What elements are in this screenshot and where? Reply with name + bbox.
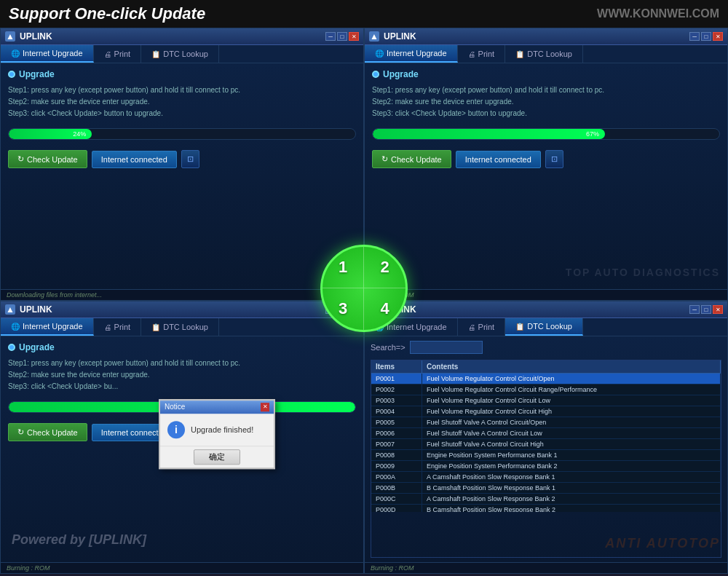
screen-btn-1[interactable]: ⊡: [181, 150, 199, 168]
quadrant-3: ▲ UPLINK ─ □ ✕ 🌐 Internet Upgrade 🖨 Prin…: [0, 301, 364, 574]
dtc-table-header: Items Contents: [371, 360, 721, 374]
maximize-btn-4[interactable]: □: [701, 305, 711, 314]
notice-footer: 确定: [160, 446, 274, 467]
print-icon-1: 🖨: [104, 50, 111, 58]
internet-connected-btn-1[interactable]: Internet connected: [92, 151, 177, 168]
dtc-code: P000D: [371, 505, 422, 512]
notice-dialog: Notice ✕ i Upgrade finished! 确定: [159, 399, 275, 469]
refresh-icon-1: ↻: [17, 154, 24, 164]
titlebar-left-1: ▲ UPLINK: [5, 31, 52, 42]
dtc-code: P0003: [371, 395, 422, 406]
notice-ok-btn[interactable]: 确定: [194, 449, 240, 465]
print-icon-2: 🖨: [468, 50, 475, 58]
tab-print-1[interactable]: 🖨 Print: [94, 45, 142, 63]
dtc-content: Search=> Items Contents P0001Fuel Volume…: [365, 336, 727, 562]
tab-print-2[interactable]: 🖨 Print: [458, 45, 506, 63]
tab-internet-upgrade-3[interactable]: 🌐 Internet Upgrade: [1, 318, 94, 336]
close-btn-1[interactable]: ✕: [349, 32, 359, 41]
quadrant-2: ▲ UPLINK ─ □ ✕ 🌐 Internet Upgrade 🖨 Prin…: [364, 28, 728, 301]
uplink-icon-3: ▲: [5, 304, 15, 315]
table-row[interactable]: P0006Fuel Shutoff Valve A Control Circui…: [371, 428, 721, 439]
dtc-desc: A Camshaft Position Slow Response Bank 2: [422, 494, 721, 504]
upgrade-title-1: Upgrade: [8, 69, 356, 79]
table-row[interactable]: P0009Engine Position System Performance …: [371, 461, 721, 472]
notice-title: Notice: [165, 403, 185, 411]
check-update-btn-2[interactable]: ↻ Check Update: [372, 150, 451, 168]
titlebar-4: ▲ UPLINK ─ □ ✕: [365, 301, 727, 318]
table-row[interactable]: P0002Fuel Volume Regulator Control Circu…: [371, 384, 721, 395]
dtc-desc: B Camshaft Position Slow Response Bank 1: [422, 483, 721, 493]
header-bar: Support One-click Update WWW.KONNWEI.COM: [0, 0, 728, 28]
check-update-btn-3[interactable]: ↻ Check Update: [8, 423, 87, 441]
progress-container-1: 24%: [8, 128, 356, 140]
table-row[interactable]: P0003Fuel Volume Regulator Control Circu…: [371, 395, 721, 406]
page-title: Support One-click Update: [9, 4, 205, 23]
dtc-col-contents: Contents: [422, 360, 721, 373]
tab-print-4[interactable]: 🖨 Print: [458, 318, 506, 336]
dtc-desc: Fuel Volume Regulator Control Circuit Ra…: [422, 384, 721, 395]
dtc-icon-4: 📋: [515, 323, 524, 331]
center-circle: 1 2 3 4: [320, 245, 408, 332]
titlebar-label-2: UPLINK: [384, 31, 416, 42]
status-bar-1: Downloading files from internet...: [1, 289, 363, 300]
maximize-btn-2[interactable]: □: [701, 32, 711, 41]
progress-bar-fill-2: 67%: [373, 129, 605, 139]
search-label: Search=>: [371, 343, 405, 352]
maximize-btn-1[interactable]: □: [337, 32, 347, 41]
titlebar-3: ▲ UPLINK ─ □ ✕: [1, 301, 363, 318]
window-controls-2: ─ □ ✕: [689, 32, 723, 41]
dtc-code: P0008: [371, 450, 422, 460]
notice-titlebar: Notice ✕: [160, 401, 274, 414]
search-input[interactable]: [410, 341, 483, 354]
close-btn-4[interactable]: ✕: [713, 305, 723, 314]
tab-dtc-2[interactable]: 📋 DTC Lookup: [505, 45, 583, 63]
tab-print-3[interactable]: 🖨 Print: [94, 318, 142, 336]
quadrant-4: ▲ UPLINK ─ □ ✕ 🌐 Internet Upgrade 🖨 Prin…: [364, 301, 728, 574]
quadrant-1: ▲ UPLINK ─ □ ✕ 🌐 Internet Upgrade 🖨 Prin…: [0, 28, 364, 301]
titlebar-label-3: UPLINK: [20, 304, 52, 315]
table-row[interactable]: P0004Fuel Volume Regulator Control Circu…: [371, 406, 721, 417]
table-row[interactable]: P000BB Camshaft Position Slow Response B…: [371, 483, 721, 494]
close-btn-2[interactable]: ✕: [713, 32, 723, 41]
dtc-code: P0001: [371, 374, 422, 384]
screen-btn-2[interactable]: ⊡: [545, 150, 563, 168]
dtc-desc: Fuel Volume Regulator Control Circuit Hi…: [422, 406, 721, 417]
tab-internet-upgrade-1[interactable]: 🌐 Internet Upgrade: [1, 45, 94, 63]
internet-connected-btn-2[interactable]: Internet connected: [456, 151, 541, 168]
titlebar-left-2: ▲ UPLINK: [369, 31, 416, 42]
dtc-col-items: Items: [371, 360, 422, 373]
dtc-code: P0005: [371, 417, 422, 427]
upgrade-title-3: Upgrade: [8, 342, 356, 352]
refresh-icon-2: ↻: [381, 154, 388, 164]
website-label: WWW.KONNWEI.COM: [597, 7, 719, 20]
minimize-btn-4[interactable]: ─: [689, 305, 700, 314]
table-row[interactable]: P000AA Camshaft Position Slow Response B…: [371, 472, 721, 483]
print-icon-3: 🖨: [104, 323, 111, 331]
table-row[interactable]: P0001Fuel Volume Regulator Control Circu…: [371, 374, 721, 384]
tab-internet-upgrade-2[interactable]: 🌐 Internet Upgrade: [365, 45, 458, 63]
tab-dtc-1[interactable]: 📋 DTC Lookup: [141, 45, 219, 63]
minimize-btn-1[interactable]: ─: [325, 32, 336, 41]
table-row[interactable]: P0007Fuel Shutoff Valve A Control Circui…: [371, 439, 721, 450]
table-row[interactable]: P0008Engine Position System Performance …: [371, 450, 721, 461]
upgrade-dot-1: [8, 71, 15, 78]
table-row[interactable]: P0005Fuel Shutoff Valve A Control Circui…: [371, 417, 721, 428]
dtc-desc: Fuel Shutoff Valve A Control Circuit Hig…: [422, 439, 721, 449]
dtc-rows: P0001Fuel Volume Regulator Control Circu…: [371, 374, 721, 512]
window-controls-1: ─ □ ✕: [325, 32, 359, 41]
minimize-btn-2[interactable]: ─: [689, 32, 700, 41]
progress-bar-bg-2: 67%: [372, 128, 720, 140]
titlebar-1: ▲ UPLINK ─ □ ✕: [1, 28, 363, 45]
dtc-code: P0009: [371, 461, 422, 471]
upgrade-title-2: Upgrade: [372, 69, 720, 79]
uplink-icon-2: ▲: [369, 31, 379, 42]
status-bar-4: Burning : ROM: [365, 562, 727, 573]
tab-dtc-4[interactable]: 📋 DTC Lookup: [505, 318, 583, 336]
table-row[interactable]: P000DB Camshaft Position Slow Response B…: [371, 505, 721, 512]
dtc-desc: Fuel Shutoff Valve A Control Circuit Low: [422, 428, 721, 438]
tab-dtc-3[interactable]: 📋 DTC Lookup: [141, 318, 219, 336]
print-icon-4: 🖨: [468, 323, 475, 331]
notice-close-btn[interactable]: ✕: [261, 403, 269, 411]
table-row[interactable]: P000CA Camshaft Position Slow Response B…: [371, 494, 721, 505]
check-update-btn-1[interactable]: ↻ Check Update: [8, 150, 87, 168]
